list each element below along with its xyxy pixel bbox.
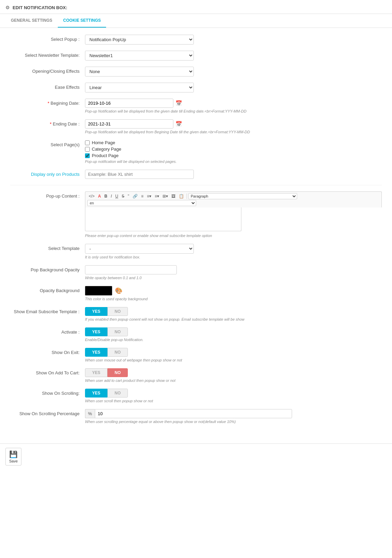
ending-date-hint: Pop-up Notification will be displayed fr… <box>85 130 382 134</box>
ease-effects-content: Linear Ease Ease-in Ease-out <box>85 83 382 92</box>
ending-date-row: * Ending Date : 📅 Pop-up Notification wi… <box>10 119 382 134</box>
beginning-date-label: * Begining Date: <box>10 99 85 106</box>
editor-toolbar: </> A B I U S̶ " 🔗 ≡ ≡▾ ≡▾ ⊞▾ 🖼 📋 <box>85 191 382 207</box>
show-scrolling-hint: When user scroll then popup show or not <box>85 399 382 403</box>
home-page-checkbox-row: Home Page <box>85 140 382 145</box>
editor-bold-btn[interactable]: B <box>103 193 109 199</box>
select-pages-label: Select Page(s) <box>10 140 85 147</box>
select-newsletter-row: Select Newsletter Template: Newsletter1 … <box>10 51 382 61</box>
product-page-checkbox[interactable] <box>85 153 90 158</box>
editor-indent-btn[interactable]: ≡▾ <box>153 193 160 199</box>
ease-effects-dropdown[interactable]: Linear Ease Ease-in Ease-out <box>85 83 194 92</box>
select-popup-dropdown[interactable]: Notification PopUp Other <box>85 35 194 45</box>
show-exit-hint: When user mouse out of webpage then popu… <box>85 358 382 362</box>
opacity-color-swatch[interactable] <box>85 286 112 295</box>
select-pages-row: Select Page(s) Home Page Category Page P… <box>10 140 382 164</box>
select-popup-content: Notification PopUp Other <box>85 35 382 45</box>
activate-content: YES NO Enable/Disable pop-up Notificatio… <box>85 327 382 342</box>
scrolling-pct-content: % When user scrolling percentage equal o… <box>85 409 382 424</box>
ending-date-input[interactable] <box>85 119 173 129</box>
scrolling-pct-row: Show On Scrolling Percentage % When user… <box>10 409 382 424</box>
editor-strike-btn[interactable]: S̶ <box>120 193 126 199</box>
show-scrolling-yes-btn[interactable]: YES <box>85 389 107 398</box>
show-scrolling-no-btn[interactable]: NO <box>107 389 128 398</box>
select-popup-row: Select Popup : Notification PopUp Other <box>10 35 382 45</box>
editor-list-btn[interactable]: ≡▾ <box>146 193 153 199</box>
show-email-label: Show Email Subscribe Template : <box>10 307 85 314</box>
show-scrolling-content: YES NO When user scroll then popup show … <box>85 389 382 403</box>
display-only-input[interactable] <box>85 170 194 179</box>
show-email-yes-btn[interactable]: YES <box>85 307 107 316</box>
show-exit-yes-btn[interactable]: YES <box>85 348 107 357</box>
select-template-dropdown[interactable]: - Template 1 <box>85 244 194 254</box>
show-exit-no-btn[interactable]: NO <box>107 348 128 357</box>
editor-quote-btn[interactable]: " <box>126 193 131 199</box>
product-page-checkbox-row: Product Page <box>85 153 382 158</box>
ending-date-content: 📅 Pop-up Notification will be displayed … <box>85 119 382 134</box>
show-add-cart-label: Show On Add To Cart: <box>10 368 85 375</box>
scrolling-pct-input[interactable] <box>95 409 292 418</box>
show-add-cart-content: YES NO When user add to cart product the… <box>85 368 382 383</box>
tab-general-settings[interactable]: GENERAL SETTINGS <box>5 14 58 28</box>
editor-paragraph-select[interactable]: Paragraph Heading 1 <box>188 193 297 199</box>
beginning-date-calendar-icon[interactable]: 📅 <box>175 100 182 106</box>
display-only-link[interactable]: Display only on Products <box>10 170 85 177</box>
page-header: ⚙ EDIT NOTIFICATION BOX: <box>0 0 392 14</box>
tabs-bar: GENERAL SETTINGS COOKIE SETTINGS <box>0 14 392 28</box>
editor-underline-btn[interactable]: U <box>114 193 120 199</box>
form-body: Select Popup : Notification PopUp Other … <box>0 28 392 443</box>
editor-lang-select[interactable]: en fr <box>87 200 196 206</box>
opacity-bg-hint: This color is used opacity background <box>85 297 382 301</box>
ending-date-label: * Ending Date : <box>10 119 85 126</box>
beginning-date-input[interactable] <box>85 99 173 108</box>
opacity-color-wrap: 🎨 <box>85 286 382 295</box>
show-exit-row: Show On Exit: YES NO When user mouse out… <box>10 348 382 362</box>
popup-content-content: </> A B I U S̶ " 🔗 ≡ ≡▾ ≡▾ ⊞▾ 🖼 📋 <box>85 191 382 238</box>
color-wheel-icon[interactable]: 🎨 <box>115 287 122 294</box>
show-exit-content: YES NO When user mouse out of webpage th… <box>85 348 382 362</box>
activate-toggle: YES NO <box>85 327 382 336</box>
editor-file-btn[interactable]: 📋 <box>177 193 185 199</box>
ending-date-calendar-icon[interactable]: 📅 <box>175 121 182 127</box>
beginning-date-hint: Pop-up Notification will be displayed fr… <box>85 109 382 113</box>
editor-align-btn[interactable]: ≡ <box>140 193 145 199</box>
ease-effects-row: Ease Effects Linear Ease Ease-in Ease-ou… <box>10 83 382 92</box>
editor-color-btn[interactable]: A <box>97 193 102 199</box>
pop-bg-opacity-input[interactable] <box>85 265 177 274</box>
select-pages-content: Home Page Category Page Product Page Pop… <box>85 140 382 164</box>
pop-bg-opacity-label: Pop Background Opacity <box>10 265 85 272</box>
opening-closing-content: None Fade Slide <box>85 67 382 77</box>
popup-content-row: Pop-up Content : </> A B I U S̶ " 🔗 ≡ ≡▾… <box>10 191 382 238</box>
show-exit-toggle: YES NO <box>85 348 382 357</box>
editor-code-btn[interactable]: </> <box>87 193 96 199</box>
show-exit-label: Show On Exit: <box>10 348 85 355</box>
editor-image-btn[interactable]: 🖼 <box>170 193 177 199</box>
show-add-cart-toggle: YES NO <box>85 368 382 377</box>
opening-closing-label: Opening/Closing Effects <box>10 67 85 74</box>
activate-no-btn[interactable]: NO <box>107 327 128 336</box>
editor-link-btn[interactable]: 🔗 <box>131 193 139 199</box>
ease-effects-label: Ease Effects <box>10 83 85 90</box>
tab-cookie-settings[interactable]: COOKIE SETTINGS <box>58 14 106 28</box>
scrolling-pct-hint: When user scrolling percentage equal or … <box>85 420 382 424</box>
select-newsletter-dropdown[interactable]: Newsletter1 Newsletter2 <box>85 51 194 61</box>
show-add-cart-yes-btn[interactable]: YES <box>85 368 107 377</box>
activate-label: Activate : <box>10 327 85 335</box>
opening-closing-dropdown[interactable]: None Fade Slide <box>85 67 194 77</box>
category-page-checkbox[interactable] <box>85 147 90 152</box>
activate-yes-btn[interactable]: YES <box>85 327 107 336</box>
display-only-row: Display only on Products <box>10 170 382 179</box>
show-email-no-btn[interactable]: NO <box>107 307 128 316</box>
show-add-cart-no-btn[interactable]: NO <box>107 368 128 377</box>
home-page-checkbox[interactable] <box>85 140 90 145</box>
show-scrolling-label: Show On Scrolling: <box>10 389 85 396</box>
editor-italic-btn[interactable]: I <box>109 193 113 199</box>
popup-content-textarea[interactable] <box>85 207 241 231</box>
editor-table-btn[interactable]: ⊞▾ <box>161 193 169 199</box>
select-newsletter-content: Newsletter1 Newsletter2 <box>85 51 382 61</box>
save-button[interactable]: 💾 Save <box>5 448 21 466</box>
show-email-content: YES NO If you enabled then popup conent … <box>85 307 382 321</box>
popup-content-label: Pop-up Content : <box>10 191 85 199</box>
pop-bg-opacity-content: Write opacity between 0.1 and 1.0 <box>85 265 382 280</box>
page-title: EDIT NOTIFICATION BOX: <box>13 5 67 10</box>
